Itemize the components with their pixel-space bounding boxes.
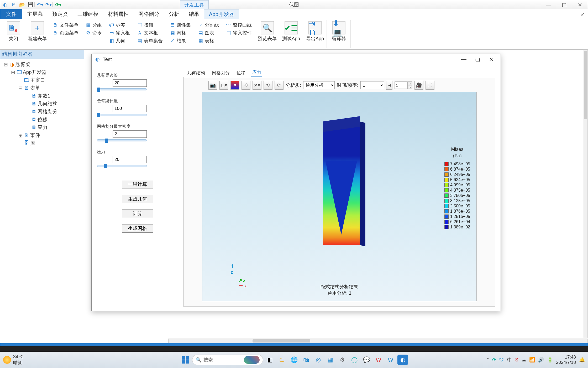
test-close-button[interactable]: ✕ bbox=[484, 54, 498, 65]
ribbon-propertyset[interactable]: ☰属性集 bbox=[170, 22, 191, 28]
step-select[interactable]: 通用分析 bbox=[303, 81, 335, 89]
action-button-2[interactable]: 计算 bbox=[122, 209, 153, 218]
param-slider-2[interactable] bbox=[97, 139, 147, 141]
tab-predefined[interactable]: 预定义 bbox=[48, 9, 73, 19]
ribbon-chart[interactable]: ▤图表 bbox=[198, 30, 219, 36]
tray-notification-icon[interactable]: 🔔 bbox=[579, 357, 585, 363]
tray-sync-icon[interactable]: ⟳ bbox=[492, 357, 496, 363]
taskbar-msword-icon[interactable]: W bbox=[385, 355, 396, 365]
tab-app-developer[interactable]: App开发器 bbox=[204, 9, 239, 19]
taskbar-settings-icon[interactable]: ⚙ bbox=[337, 355, 348, 365]
qat-new-icon[interactable]: ⎘ bbox=[10, 1, 17, 8]
action-button-1[interactable]: 生成几何 bbox=[122, 195, 153, 203]
param-input-2[interactable] bbox=[113, 130, 147, 138]
window-minimize-button[interactable]: — bbox=[540, 0, 556, 9]
vertical-scrollbar[interactable] bbox=[583, 50, 588, 338]
start-button[interactable] bbox=[180, 355, 191, 365]
test-minimize-button[interactable]: — bbox=[457, 54, 471, 65]
test-maximize-button[interactable]: ▢ bbox=[471, 54, 484, 65]
ribbon-export-app-button[interactable]: ⇥🗎导出App bbox=[306, 21, 324, 42]
ribbon-label[interactable]: 🏷标签 bbox=[109, 22, 130, 28]
tray-battery-icon[interactable]: 🔋 bbox=[547, 357, 553, 363]
param-slider-3[interactable] bbox=[97, 165, 147, 167]
tab-home[interactable]: 主屏幕 bbox=[22, 9, 48, 19]
qat-open-icon[interactable]: 📂 bbox=[19, 1, 25, 8]
viz-rotate-cw-icon[interactable]: ⟳ bbox=[275, 81, 284, 90]
viz-fullscreen-icon[interactable]: ⛶ bbox=[426, 81, 434, 90]
ribbon-result[interactable]: ✓结果 bbox=[170, 38, 191, 44]
tree-form-stress[interactable]: 应力 bbox=[38, 124, 48, 131]
ribbon-table[interactable]: ▦表格 bbox=[198, 38, 219, 44]
taskbar-store-icon[interactable]: 🛍 bbox=[301, 355, 311, 365]
tree-library[interactable]: 库 bbox=[30, 140, 35, 147]
tray-volume-icon[interactable]: 🔊 bbox=[538, 357, 544, 363]
action-button-0[interactable]: 一键计算 bbox=[122, 180, 153, 188]
ribbon-page-menu[interactable]: 🗎页面菜单 bbox=[53, 30, 78, 36]
taskbar-widget-icon[interactable]: ▦ bbox=[325, 355, 335, 365]
contextual-tab-devtools[interactable]: 开发工具 bbox=[180, 0, 209, 9]
tray-ime-icon[interactable]: 中 bbox=[507, 357, 512, 363]
tree-mainwin[interactable]: 主窗口 bbox=[30, 77, 45, 84]
ribbon-formset[interactable]: ▤表单集合 bbox=[137, 38, 163, 44]
tray-chevron-icon[interactable]: ˄ bbox=[487, 357, 489, 363]
viz-cube-icon[interactable]: ◻▾ bbox=[219, 81, 228, 90]
tray-wifi-icon[interactable]: 📶 bbox=[529, 357, 535, 363]
tree-form-mesh[interactable]: 网格划分 bbox=[38, 108, 57, 115]
viz-tab-3[interactable]: 应力 bbox=[251, 68, 262, 77]
tree-app[interactable]: App开发器 bbox=[23, 69, 47, 76]
param-input-1[interactable] bbox=[113, 105, 147, 112]
viz-axes-icon[interactable]: ⤧▾ bbox=[253, 81, 261, 90]
param-input-0[interactable] bbox=[113, 79, 147, 87]
action-button-3[interactable]: 生成网格 bbox=[122, 224, 153, 233]
system-tray[interactable]: ˄ ⟳ 🛡 中 S ☁ 📶 🔊 🔋 17:482024/7/18 🔔 bbox=[487, 355, 585, 365]
ribbon-compiler-button[interactable]: ⬇💻编译器 bbox=[329, 21, 348, 42]
viz-record-icon[interactable]: 🎥 bbox=[414, 81, 423, 90]
tree-form-disp[interactable]: 位移 bbox=[38, 116, 48, 123]
ribbon-monitor-curve[interactable]: 〰监控曲线 bbox=[226, 22, 252, 28]
ribbon-preview-form-button[interactable]: 🔍预览表单 bbox=[258, 21, 277, 42]
taskbar-copilot-icon[interactable]: ◎ bbox=[313, 355, 323, 365]
taskbar-taskview-icon[interactable]: ◧ bbox=[265, 355, 275, 365]
ribbon-inputbox[interactable]: ▭输入框 bbox=[109, 30, 130, 36]
taskbar-wechat-icon[interactable]: 💬 bbox=[361, 355, 372, 365]
viz-rotate-ccw-icon[interactable]: ⟲ bbox=[264, 81, 272, 90]
tray-sogou-icon[interactable]: S bbox=[515, 357, 518, 363]
ribbon-test-app-button[interactable]: ✔☰测试App bbox=[282, 21, 301, 42]
qat-undo-icon[interactable]: ↶▾ bbox=[37, 1, 44, 8]
frame-spinner[interactable]: ▴▾ bbox=[395, 81, 412, 89]
horizontal-scrollbar[interactable] bbox=[168, 339, 588, 343]
ribbon-command[interactable]: ⚙命令 bbox=[86, 30, 102, 36]
tray-clock[interactable]: 17:482024/7/18 bbox=[556, 355, 576, 365]
taskbar-explorer-icon[interactable]: 🗂 bbox=[277, 355, 287, 365]
param-slider-0[interactable] bbox=[97, 88, 147, 90]
ribbon-input-widget[interactable]: ⬚输入控件 bbox=[226, 30, 252, 36]
taskbar-wps-icon[interactable]: W bbox=[373, 355, 384, 365]
tray-shield-icon[interactable]: 🛡 bbox=[499, 357, 504, 363]
tab-mesh[interactable]: 网格剖分 bbox=[134, 9, 164, 19]
viz-canvas[interactable]: z y x 隐式结构分析结果 通用分析: 1 Mises （Pa） 7.498e… bbox=[202, 92, 477, 301]
tree-forms[interactable]: 表单 bbox=[30, 85, 40, 91]
qat-refresh-icon[interactable]: ⟳▾ bbox=[55, 1, 62, 8]
ribbon-collapse-icon[interactable]: ⤢ bbox=[577, 9, 588, 19]
ribbon-new-form-button[interactable]: ＋新建表单 bbox=[28, 21, 47, 42]
tray-cloud-icon[interactable]: ☁ bbox=[521, 357, 526, 363]
qat-save-icon[interactable]: 💾 bbox=[27, 1, 34, 8]
tree-form-geometry[interactable]: 几何结构 bbox=[38, 100, 57, 107]
taskbar-browser2-icon[interactable]: ◯ bbox=[349, 355, 360, 365]
ribbon-separator[interactable]: ⟋分割线 bbox=[198, 22, 219, 28]
viz-camera-icon[interactable]: 📷 bbox=[208, 81, 217, 90]
taskbar-weather[interactable]: 34℃晴朗 bbox=[3, 354, 24, 366]
viz-prev-icon[interactable]: ◂ bbox=[386, 81, 392, 90]
tab-analysis[interactable]: 分析 bbox=[164, 9, 184, 19]
tab-material[interactable]: 材料属性 bbox=[103, 9, 134, 19]
qat-redo-icon[interactable]: ↷▾ bbox=[45, 1, 52, 8]
viz-fit-icon[interactable]: ✥ bbox=[242, 81, 250, 90]
taskbar-futu-icon[interactable]: ◐ bbox=[397, 355, 408, 365]
window-maximize-button[interactable]: ▢ bbox=[556, 0, 572, 9]
taskbar-edge-icon[interactable]: 🌐 bbox=[289, 355, 299, 365]
time-select[interactable]: 1 bbox=[360, 81, 384, 89]
ribbon-file-menu[interactable]: 🗎文件菜单 bbox=[53, 22, 78, 28]
tab-3dmodel[interactable]: 三维建模 bbox=[73, 9, 103, 19]
param-input-3[interactable] bbox=[113, 156, 147, 163]
tree-form-param1[interactable]: 参数1 bbox=[38, 93, 50, 99]
